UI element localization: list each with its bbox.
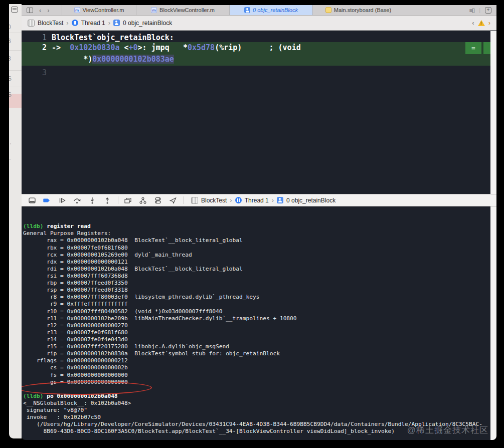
environment-overrides-icon[interactable] [153,196,162,204]
divider [9,33,22,33]
memory-graph-icon[interactable] [138,196,147,204]
watermark: @稀土掘金技术社区 [407,424,488,436]
window-fragment-text: 0 [9,24,11,31]
storyboard-file-icon [325,7,331,13]
debug-toolbar: BlockTest › Thread 1 › 0 objc_retainBloc… [22,194,496,206]
divider [9,70,22,71]
tab-objc-retainblock[interactable]: 0 objc_retainBlock [229,5,312,15]
breadcrumb-separator: › [108,19,110,27]
asm-line-2-wrap: *)0x0000000102b083ae [22,54,490,65]
warning-icon[interactable] [478,20,485,26]
tab-blockviewcontroller[interactable]: m BlockViewController.m [136,5,229,15]
instruction-pointer-badge-tail[interactable] [482,42,490,54]
forward-icon[interactable]: › [47,7,49,14]
jump-bar-right: ‹ › [472,19,490,27]
asm-line-3: 3 [22,67,490,79]
tab-label: BlockViewController.m [159,7,215,13]
stack-frame-icon [113,20,120,26]
debugbar-frame[interactable]: 0 objc_retainBlock [286,197,335,204]
tab-main-storyboard[interactable]: Main.storyboard (Base) [312,5,404,15]
lldb-console[interactable]: (lldb) register readGeneral Purpose Regi… [22,206,490,439]
debugbar-project[interactable]: BlockTest [201,197,227,204]
instruction-pointer-badge[interactable]: = [465,42,481,54]
disassembly-editor: 1 BlockTest`objc_retainBlock: 2 -> 0x102… [22,31,490,194]
jumpbar-project[interactable]: BlockTest [38,20,63,27]
xcode-window: ‹ › m ViewController.m m BlockViewContro… [22,5,496,440]
divider [9,50,22,51]
jumpbar-thread[interactable]: Thread 1 [81,20,105,27]
m-file-icon: m [151,7,157,13]
breadcrumb-separator: › [272,196,274,204]
thread-pause-icon [235,197,242,203]
prev-issue-icon[interactable]: ‹ [472,19,474,27]
window-fragment-text: S [9,91,12,98]
scrollbar-track[interactable] [490,31,496,440]
window-fragment-text: ‥ [9,139,12,146]
step-out-icon[interactable] [103,196,111,204]
window-fragment-text: S [9,75,12,82]
jumpbar-frame[interactable]: 0 objc_retainBlock [123,20,172,27]
add-editor-icon[interactable]: + [485,7,491,14]
divider [9,87,22,87]
app-icon [191,197,198,204]
breadcrumb-separator: › [66,19,68,27]
divider [184,196,184,204]
app-icon [28,20,35,27]
asm-line-2: 2 -> 0x102b0830a <+0>: jmpq *0x5d78(%rip… [22,42,490,54]
back-icon[interactable]: ‹ [39,7,41,14]
tab-bar-right-controls: ≡▯ | + [469,7,496,14]
tab-bar: ‹ › m ViewController.m m BlockViewContro… [22,5,496,16]
continue-icon[interactable] [58,196,66,204]
view-hierarchy-icon[interactable] [123,196,132,204]
breakpoints-toggle-icon[interactable] [43,196,51,204]
console-output: (lldb) register readGeneral Purpose Regi… [23,223,490,439]
thread-pause-icon [72,20,78,26]
next-issue-icon[interactable]: › [488,19,490,27]
list-icon [11,7,18,13]
asm-line2-row2-code: *)0x0000000102b083ae [52,54,174,65]
tab-overview-icon[interactable] [27,8,33,13]
window-fragment-text: – [9,155,11,162]
m-file-icon: m [74,7,80,13]
tab-label: Main.storyboard (Base) [334,7,391,13]
debug-breadcrumb: BlockTest › Thread 1 › 0 objc_retainBloc… [191,196,335,204]
tab-viewcontroller[interactable]: m ViewController.m [62,5,136,15]
stack-frame-icon [277,197,283,203]
hide-debug-area-icon[interactable] [28,196,36,204]
stack-frame-icon [244,7,250,13]
simulate-location-icon[interactable] [169,196,177,204]
window-fragment-text: 6 [9,38,11,45]
debugbar-thread[interactable]: Thread 1 [245,197,269,204]
line-number: 3 [22,67,47,79]
background-window-sliver: 068SS‥– [9,4,22,438]
editor-options-icon[interactable]: ≡▯ [469,7,474,14]
tab-bar-controls: ‹ › [22,7,62,14]
breadcrumb-separator: › [230,196,232,204]
step-into-icon[interactable] [88,196,96,204]
step-over-icon[interactable] [73,196,81,204]
tab-label: 0 objc_retainBlock [253,7,298,13]
jump-bar: BlockTest › Thread 1 › 0 objc_retainBloc… [22,16,496,31]
divider [118,196,118,204]
line-number: 2 [22,42,47,54]
window-fragment-text: 8 [9,55,11,62]
tab-label: ViewController.m [83,7,124,13]
asm-line2-row1-code: -> 0x102b0830a <+0>: jmpq *0x5d78(%rip) … [52,42,301,54]
